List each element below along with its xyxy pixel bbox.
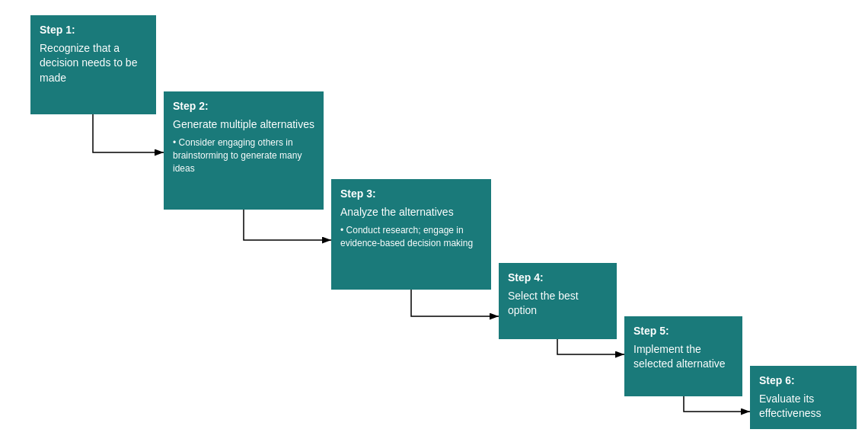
step-box-1: Step 1:Recognize that a decision needs t… xyxy=(30,15,156,114)
step-title-5: Step 5: xyxy=(633,324,733,339)
step-bullets-2: Consider engaging others in brainstormin… xyxy=(173,136,314,175)
step-title-3: Step 3: xyxy=(340,187,482,202)
step-box-3: Step 3:Analyze the alternativesConduct r… xyxy=(331,179,491,290)
step-bullets-3: Conduct research; engage in evidence-bas… xyxy=(340,224,482,250)
diagram-container: Step 1:Recognize that a decision needs t… xyxy=(0,0,868,439)
step-body-6: Evaluate its effectiveness xyxy=(759,392,847,421)
step-title-2: Step 2: xyxy=(173,99,314,114)
step-box-2: Step 2:Generate multiple alternativesCon… xyxy=(164,91,324,210)
step-box-5: Step 5:Implement the selected alternativ… xyxy=(624,316,742,396)
step-body-1: Recognize that a decision needs to be ma… xyxy=(40,41,147,86)
step-body-3: Analyze the alternatives xyxy=(340,205,482,220)
step-body-5: Implement the selected alternative xyxy=(633,342,733,372)
step-body-2: Generate multiple alternatives xyxy=(173,117,314,133)
bullet-item: Consider engaging others in brainstormin… xyxy=(173,136,314,175)
step-box-4: Step 4:Select the best option xyxy=(499,263,617,339)
step-box-6: Step 6:Evaluate its effectiveness xyxy=(750,366,857,429)
step-title-4: Step 4: xyxy=(508,271,608,286)
step-title-1: Step 1: xyxy=(40,23,147,38)
step-title-6: Step 6: xyxy=(759,373,847,389)
step-body-4: Select the best option xyxy=(508,289,608,319)
bullet-item: Conduct research; engage in evidence-bas… xyxy=(340,224,482,250)
